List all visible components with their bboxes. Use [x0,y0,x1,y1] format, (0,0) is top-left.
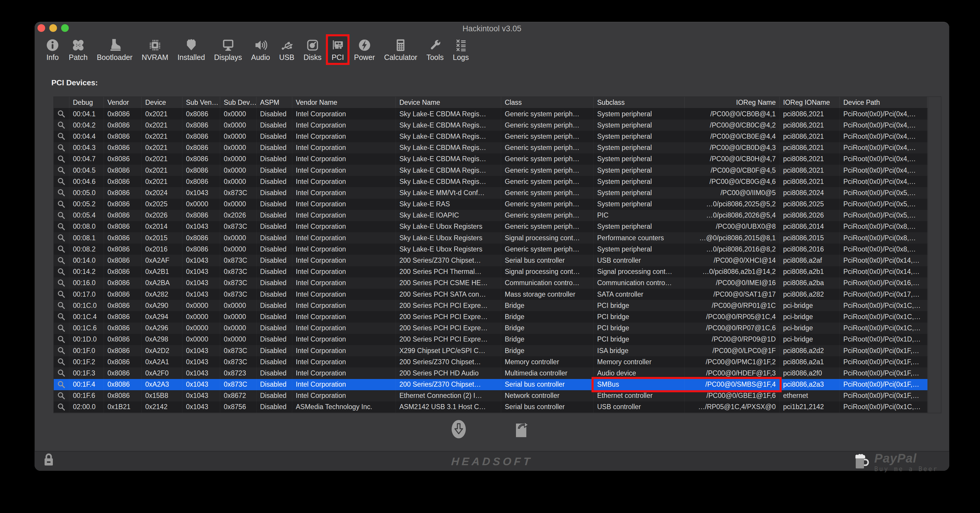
magnifier-icon[interactable] [57,234,65,242]
magnifier-icon[interactable] [57,335,65,343]
row-inspect-cell[interactable] [54,356,69,367]
magnifier-icon[interactable] [57,313,65,321]
toolbar-item-power[interactable]: Power [351,36,377,63]
row-inspect-cell[interactable] [54,402,69,413]
table-row[interactable]: 00:1C.60x80860xA2960x00000x0000DisabledI… [54,322,928,334]
table-row[interactable]: 00:1C.40x80860xA2940x00000x0000DisabledI… [54,311,928,322]
row-inspect-cell[interactable] [54,379,69,390]
row-inspect-cell[interactable] [54,390,69,402]
row-inspect-cell[interactable] [54,289,69,300]
table-row[interactable]: 00:04.50x80860x20210x80860x0000DisabledI… [54,165,928,176]
row-inspect-cell[interactable] [54,367,69,379]
column-header-debug[interactable]: Debug [69,97,104,108]
magnifier-icon[interactable] [57,177,65,186]
toolbar-item-info[interactable]: Info [43,36,62,63]
table-row[interactable]: 00:05.20x80860x20250x00000x0000DisabledI… [54,199,928,210]
row-inspect-cell[interactable] [54,322,69,334]
table-row[interactable]: 00:08.20x80860x20160x80860x0000DisabledI… [54,243,928,255]
toolbar-item-bootloader[interactable]: Bootloader [94,36,135,63]
column-header-device[interactable]: Device [142,97,183,108]
magnifier-icon[interactable] [57,369,65,377]
table-row[interactable]: 00:16.00x80860xA2BA0x10430x873CDisabledI… [54,278,928,289]
table-row[interactable]: 00:08.10x80860x20150x80860x0000DisabledI… [54,232,928,243]
magnifier-icon[interactable] [57,200,65,208]
export-file-button[interactable] [515,419,528,438]
column-header-icon[interactable] [54,97,69,108]
toolbar-item-tools[interactable]: Tools [424,36,446,63]
column-header-device_name[interactable]: Device Name [396,97,501,108]
magnifier-icon[interactable] [57,189,65,197]
toolbar-item-displays[interactable]: Displays [212,36,244,63]
row-inspect-cell[interactable] [54,334,69,345]
toolbar-item-pci[interactable]: PCI [328,36,347,63]
table-row[interactable]: 00:1F.60x80860x15B80x10430x8672DisabledI… [54,390,928,402]
magnifier-icon[interactable] [57,144,65,152]
row-inspect-cell[interactable] [54,199,69,210]
table-row[interactable]: 00:1F.30x80860xA2F00x10430x8723DisabledI… [54,367,928,379]
table-row[interactable]: 00:1C.00x80860xA2900x00000x0000DisabledI… [54,300,928,311]
magnifier-icon[interactable] [57,301,65,310]
toolbar-item-patch[interactable]: Patch [66,36,90,63]
table-row[interactable]: 00:04.40x80860x20210x80860x0000DisabledI… [54,131,928,142]
toolbar-item-disks[interactable]: Disks [301,36,324,63]
column-header-subven[interactable]: Sub Ven… [183,97,220,108]
toolbar-item-logs[interactable]: Logs [450,36,471,63]
table-row[interactable]: 00:1F.00x80860xA2D20x10430x873CDisabledI… [54,345,928,356]
column-header-aspm[interactable]: ASPM [256,97,292,108]
table-row[interactable]: 00:08.00x80860x20140x10430x873CDisabledI… [54,221,928,232]
table-row[interactable]: 00:04.10x80860x20210x80860x0000DisabledI… [54,108,928,119]
row-inspect-cell[interactable] [54,345,69,356]
row-inspect-cell[interactable] [54,210,69,221]
toolbar-item-installed[interactable]: Installed [175,36,207,63]
row-inspect-cell[interactable] [54,119,69,131]
table-row[interactable]: 00:05.00x80860x20240x10430x873CDisabledI… [54,187,928,199]
magnifier-icon[interactable] [57,268,65,276]
magnifier-icon[interactable] [57,392,65,400]
magnifier-icon[interactable] [57,155,65,163]
column-header-subclass[interactable]: Subclass [593,97,684,108]
table-row[interactable]: 00:04.60x80860x20210x80860x0000DisabledI… [54,176,928,187]
table-row[interactable]: 02:00.00x1B210x21420x10430x8756DisabledA… [54,402,928,413]
row-inspect-cell[interactable] [54,232,69,243]
magnifier-icon[interactable] [57,279,65,287]
row-inspect-cell[interactable] [54,266,69,278]
row-inspect-cell[interactable] [54,165,69,176]
column-header-class[interactable]: Class [501,97,593,108]
column-header-vendor_name[interactable]: Vendor Name [292,97,396,108]
magnifier-icon[interactable] [57,110,65,118]
magnifier-icon[interactable] [57,132,65,140]
magnifier-icon[interactable] [57,358,65,366]
scrollbar-track[interactable] [928,97,941,413]
table-row[interactable]: 00:17.00x80860xA2820x10430x873CDisabledI… [54,289,928,300]
row-inspect-cell[interactable] [54,300,69,311]
magnifier-icon[interactable] [57,222,65,231]
magnifier-icon[interactable] [57,121,65,129]
row-inspect-cell[interactable] [54,221,69,232]
row-inspect-cell[interactable] [54,278,69,289]
table-row[interactable]: 00:1F.40x80860xA2A30x10430x873CDisabledI… [54,379,928,390]
toolbar-item-audio[interactable]: Audio [248,36,273,63]
table-row[interactable]: 00:1F.20x80860xA2A10x10430x873CDisabledI… [54,356,928,367]
toolbar-item-usb[interactable]: USB [277,36,297,63]
table-row[interactable]: 00:04.30x80860x20210x80860x0000DisabledI… [54,142,928,154]
toolbar-item-calculator[interactable]: Calculator [381,36,420,63]
row-inspect-cell[interactable] [54,311,69,322]
row-inspect-cell[interactable] [54,243,69,255]
table-row[interactable]: 00:14.00x80860xA2AF0x10430x873CDisabledI… [54,255,928,266]
magnifier-icon[interactable] [57,256,65,265]
column-header-ioreg_ioname[interactable]: IOReg IOName [780,97,840,108]
column-header-vendor[interactable]: Vendor [104,97,142,108]
column-header-subdev[interactable]: Sub Dev… [220,97,256,108]
export-powerprefs-button[interactable] [452,420,466,438]
magnifier-icon[interactable] [57,211,65,219]
magnifier-icon[interactable] [57,380,65,389]
row-inspect-cell[interactable] [54,108,69,119]
magnifier-icon[interactable] [57,166,65,175]
row-inspect-cell[interactable] [54,154,69,165]
row-inspect-cell[interactable] [54,187,69,199]
row-inspect-cell[interactable] [54,176,69,187]
toolbar-item-nvram[interactable]: NVRAM [139,36,171,63]
row-inspect-cell[interactable] [54,142,69,154]
magnifier-icon[interactable] [57,346,65,355]
magnifier-icon[interactable] [57,324,65,332]
